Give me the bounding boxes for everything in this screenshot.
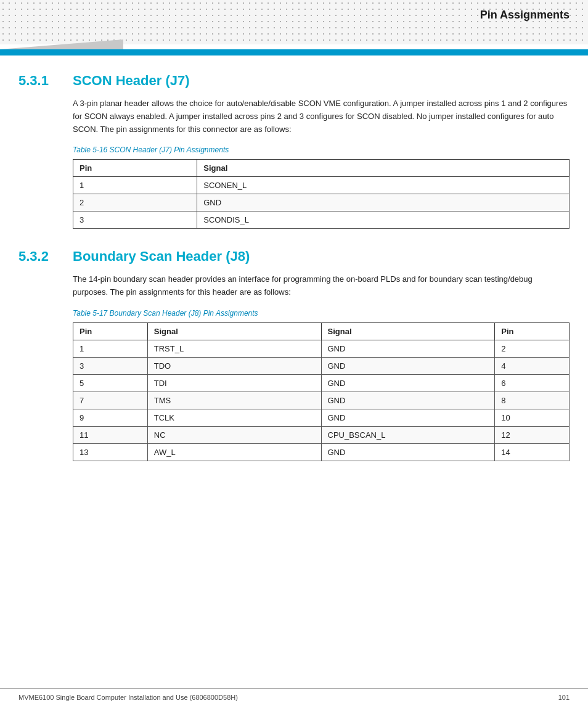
- section-531-number: 5.3.1: [18, 73, 62, 89]
- page-content: 5.3.1 SCON Header (J7) A 3-pin planar he…: [0, 55, 588, 518]
- section-532-number: 5.3.2: [18, 248, 62, 265]
- table-516-caption: Table 5-16 SCON Header (J7) Pin Assignme…: [73, 146, 570, 154]
- table-cell-signal2: GND: [321, 392, 495, 409]
- table-row: 3SCONDIS_L: [73, 211, 570, 229]
- table-cell-signal2: GND: [321, 357, 495, 374]
- table-cell-signal1: TRST_L: [147, 340, 321, 357]
- table-cell-signal1: TCLK: [147, 409, 321, 426]
- table-row: 13AW_LGND14: [73, 443, 570, 461]
- section-532-title: Boundary Scan Header (J8): [73, 248, 250, 265]
- page-footer: MVME6100 Single Board Computer Installat…: [0, 688, 588, 706]
- table-cell-pin2: 6: [495, 374, 570, 392]
- table-517-col-pin1-header: Pin: [73, 322, 148, 340]
- section-531-title: SCON Header (J7): [73, 73, 190, 89]
- section-531-heading: 5.3.1 SCON Header (J7): [18, 73, 570, 89]
- table-517-col-pin2-header: Pin: [495, 322, 570, 340]
- table-cell-signal: GND: [197, 194, 570, 211]
- table-cell-signal: SCONDIS_L: [197, 211, 570, 229]
- table-cell-signal2: GND: [321, 409, 495, 426]
- table-cell-pin: 1: [73, 177, 197, 194]
- table-cell-pin2: 2: [495, 340, 570, 357]
- table-cell-pin1: 3: [73, 357, 148, 374]
- table-517: Pin Signal Signal Pin 1TRST_LGND23TDOGND…: [73, 322, 570, 461]
- table-cell-pin2: 12: [495, 426, 570, 443]
- table-517-col-sig2-header: Signal: [321, 322, 495, 340]
- section-531-body: A 3-pin planar header allows the choice …: [73, 97, 570, 229]
- table-row: 5TDIGND6: [73, 374, 570, 392]
- table-516-col-pin-header: Pin: [73, 160, 197, 177]
- blue-accent-bar: [0, 49, 588, 55]
- table-cell-signal1: TMS: [147, 392, 321, 409]
- table-516-col-signal-header: Signal: [197, 160, 570, 177]
- table-cell-signal1: NC: [147, 426, 321, 443]
- table-row: 9TCLKGND10: [73, 409, 570, 426]
- table-cell-signal1: TDI: [147, 374, 321, 392]
- table-row: 1SCONEN_L: [73, 177, 570, 194]
- table-517-col-sig1-header: Signal: [147, 322, 321, 340]
- page-title: Pin Assignments: [480, 0, 588, 22]
- table-cell-signal2: CPU_BSCAN_L: [321, 426, 495, 443]
- section-531-paragraph: A 3-pin planar header allows the choice …: [73, 97, 570, 136]
- table-row: 7TMSGND8: [73, 392, 570, 409]
- table-row: 1TRST_LGND2: [73, 340, 570, 357]
- table-cell-pin2: 4: [495, 357, 570, 374]
- table-cell-signal1: TDO: [147, 357, 321, 374]
- table-cell-pin1: 7: [73, 392, 148, 409]
- section-532-body: The 14-pin boundary scan header provides…: [73, 273, 570, 461]
- table-cell-pin1: 9: [73, 409, 148, 426]
- table-cell-signal1: AW_L: [147, 443, 321, 461]
- table-cell-signal2: GND: [321, 374, 495, 392]
- table-cell-signal: SCONEN_L: [197, 177, 570, 194]
- footer-left-text: MVME6100 Single Board Computer Installat…: [18, 694, 238, 701]
- table-cell-pin1: 13: [73, 443, 148, 461]
- table-row: 3TDOGND4: [73, 357, 570, 374]
- table-cell-pin: 3: [73, 211, 197, 229]
- table-cell-signal2: GND: [321, 443, 495, 461]
- table-516: Pin Signal 1SCONEN_L2GND3SCONDIS_L: [73, 159, 570, 229]
- table-cell-pin2: 10: [495, 409, 570, 426]
- table-row: 11NCCPU_BSCAN_L12: [73, 426, 570, 443]
- table-cell-signal2: GND: [321, 340, 495, 357]
- table-cell-pin: 2: [73, 194, 197, 211]
- table-cell-pin1: 1: [73, 340, 148, 357]
- section-532-heading: 5.3.2 Boundary Scan Header (J8): [18, 248, 570, 265]
- table-row: 2GND: [73, 194, 570, 211]
- footer-page-number: 101: [558, 694, 570, 701]
- table-cell-pin1: 11: [73, 426, 148, 443]
- table-517-header-row: Pin Signal Signal Pin: [73, 322, 570, 340]
- section-532-paragraph: The 14-pin boundary scan header provides…: [73, 273, 570, 299]
- table-cell-pin2: 14: [495, 443, 570, 461]
- table-cell-pin2: 8: [495, 392, 570, 409]
- table-516-header-row: Pin Signal: [73, 160, 570, 177]
- page-header: Pin Assignments: [0, 0, 588, 55]
- table-cell-pin1: 5: [73, 374, 148, 392]
- table-517-caption: Table 5-17 Boundary Scan Header (J8) Pin…: [73, 309, 570, 318]
